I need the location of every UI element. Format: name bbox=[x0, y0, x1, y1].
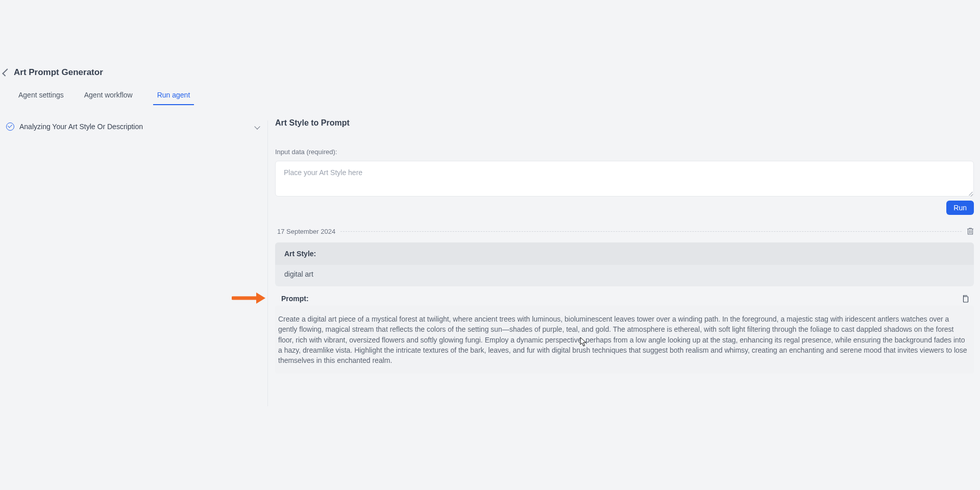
section-title: Art Style to Prompt bbox=[275, 118, 974, 128]
trash-icon[interactable] bbox=[967, 227, 974, 235]
back-chevron-icon[interactable] bbox=[2, 68, 10, 77]
art-style-card: Art Style: digital art bbox=[275, 242, 974, 286]
input-placeholder: Place your Art Style here bbox=[284, 168, 362, 177]
copy-icon[interactable] bbox=[962, 295, 969, 303]
tab-agent-settings[interactable]: Agent settings bbox=[18, 91, 64, 105]
tab-agent-workflow[interactable]: Agent workflow bbox=[84, 91, 133, 105]
run-button[interactable]: Run bbox=[946, 201, 974, 215]
art-style-input[interactable]: Place your Art Style here bbox=[275, 161, 974, 197]
art-style-label: Art Style: bbox=[275, 242, 974, 265]
input-label: Input data (required): bbox=[275, 148, 974, 156]
check-circle-icon bbox=[6, 122, 14, 131]
tabs: Agent settings Agent workflow Run agent bbox=[0, 78, 980, 105]
chevron-down-icon[interactable] bbox=[254, 124, 260, 129]
art-style-value: digital art bbox=[275, 265, 974, 286]
tab-run-agent[interactable]: Run agent bbox=[153, 91, 194, 105]
workflow-step-label: Analyzing Your Art Style Or Description bbox=[19, 122, 143, 131]
resize-handle-icon[interactable] bbox=[968, 190, 974, 197]
prompt-label: Prompt: bbox=[281, 295, 309, 303]
svg-rect-0 bbox=[964, 297, 968, 302]
page-title: Art Prompt Generator bbox=[14, 67, 103, 78]
run-date: 17 September 2024 bbox=[275, 228, 335, 235]
workflow-step[interactable]: Analyzing Your Art Style Or Description bbox=[6, 120, 262, 133]
divider-line bbox=[340, 231, 962, 232]
prompt-output: Create a digital art piece of a mystical… bbox=[275, 306, 974, 374]
